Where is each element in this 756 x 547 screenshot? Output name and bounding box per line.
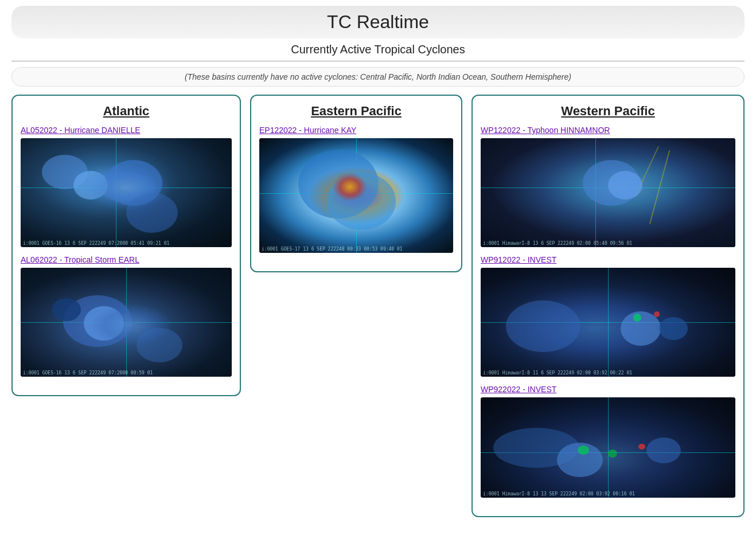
storm-link-al05[interactable]: AL052022 - Hurricane DANIELLE [21,126,232,135]
storm-link-wp92[interactable]: WP922022 - INVEST [481,385,735,394]
basin-atlantic-title: Atlantic [21,104,232,119]
basin-western-title: Western Pacific [481,104,735,119]
divider [11,61,745,61]
storm-image-wp912[interactable]: i:0001 HimawarI-8 11 6 SEP 222249 02:00 … [481,268,735,377]
storm-link-wp91[interactable]: WP912022 - INVEST [481,255,735,264]
storm-image-wp922[interactable]: i:0001 HimawarI-8 13 13 SEP 222249 02:00… [481,397,735,498]
basin-atlantic: Atlantic AL052022 - Hurricane DANIELLE i… [11,95,241,396]
page-subtitle: Currently Active Tropical Cyclones [11,43,745,56]
basin-eastern: Eastern Pacific EP122022 - Hurricane KAY… [250,95,462,272]
storm-image-earl[interactable]: i:0001 GOES-16 13 6 SEP 222249 07:2000 0… [21,268,232,377]
basin-eastern-title: Eastern Pacific [259,104,453,119]
storm-link-ep12[interactable]: EP122022 - Hurricane KAY [259,126,453,135]
page-title: TC Realtime [23,11,733,33]
basins-row: Atlantic AL052022 - Hurricane DANIELLE i… [11,95,745,517]
inactive-notice: (These basins currently have no active c… [11,67,745,87]
basin-western: Western Pacific WP122022 - Typhoon HINNA… [471,95,745,517]
storm-image-kay[interactable]: i:0001 GOES-17 13 6 SEP 222248 00:33 00:… [259,138,453,253]
storm-link-al06[interactable]: AL062022 - Tropical Storm EARL [21,255,232,264]
page-wrapper: TC Realtime Currently Active Tropical Cy… [0,0,756,523]
storm-image-danielle[interactable]: i:0001 GOES-16 13 6 SEP 222249 07:2000 0… [21,138,232,247]
storm-link-wp12[interactable]: WP122022 - Typhoon HINNAMNOR [481,126,735,135]
storm-image-hinnamnor[interactable]: i:0001 HimawarI-8 13 6 SEP 222249 02:00 … [481,138,735,247]
title-bar: TC Realtime [11,6,745,38]
